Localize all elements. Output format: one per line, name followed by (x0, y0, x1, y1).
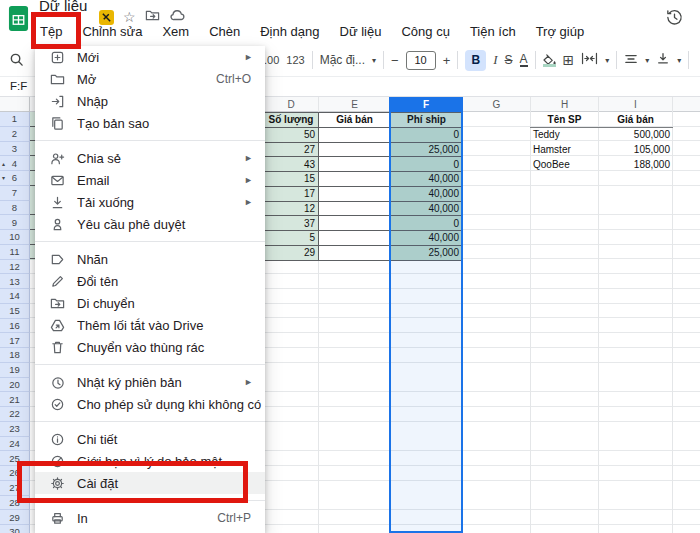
row-header-19[interactable]: 19 (0, 363, 30, 378)
cell-E3[interactable] (318, 142, 391, 158)
cell-D6[interactable]: 15 (263, 171, 319, 187)
menu-xem[interactable]: Xem (152, 24, 199, 39)
font-name-select[interactable]: Mặc đị... (320, 53, 365, 67)
cell-E2[interactable] (318, 127, 391, 143)
menu-công-cụ[interactable]: Công cụ (391, 24, 459, 39)
row-header-23[interactable]: 23 (0, 422, 30, 437)
text-color-button[interactable]: A (520, 53, 528, 67)
row-header-13[interactable]: 13 (0, 274, 30, 289)
row-header-12[interactable]: 12 (0, 260, 30, 275)
file-menu-item-settings[interactable]: Cài đặt (35, 472, 265, 494)
cell-E10[interactable] (318, 230, 391, 246)
cell-E9[interactable] (318, 215, 391, 231)
horizontal-align-button[interactable] (624, 51, 638, 69)
row-header-7[interactable]: 7 (0, 186, 30, 201)
file-menu-item-email[interactable]: Email► (35, 169, 265, 191)
vertical-align-caret-icon[interactable]: ▾ (677, 56, 681, 65)
file-menu-item-rename[interactable]: Đổi tên (35, 270, 265, 292)
column-header-partial[interactable] (672, 97, 700, 112)
cell-H4[interactable]: QooBee (530, 156, 599, 172)
decrease-decimal-button[interactable]: .00 (264, 54, 279, 66)
row-header-26[interactable]: 26 (0, 466, 30, 481)
row-header-18[interactable]: 18 (0, 348, 30, 363)
increase-font-size-button[interactable]: + (443, 53, 451, 68)
italic-button[interactable]: I (493, 52, 497, 68)
row-header-27[interactable]: 27 (0, 481, 30, 496)
row-header-20[interactable]: 20 (0, 378, 30, 393)
row-header-2[interactable]: 2 (0, 127, 30, 142)
menu-chèn[interactable]: Chèn (199, 24, 250, 39)
cell-D9[interactable]: 37 (263, 215, 319, 231)
cell-E1[interactable]: Giá bán (318, 112, 391, 128)
menu-dữ-liệu[interactable]: Dữ liệu (330, 24, 392, 39)
column-header-G[interactable]: G (462, 97, 530, 112)
font-size-input[interactable]: 10 (406, 51, 436, 70)
borders-button[interactable]: ⊞ (563, 52, 575, 68)
menu-tệp[interactable]: Tệp (30, 24, 72, 39)
name-box[interactable]: F:F (10, 80, 27, 92)
cell-D10[interactable]: 5 (263, 230, 319, 246)
fill-color-button[interactable] (543, 54, 556, 67)
row-header-3[interactable]: 3 (0, 142, 30, 157)
decrease-font-size-button[interactable]: − (391, 53, 399, 68)
cell-D7[interactable]: 17 (263, 186, 319, 202)
file-menu-item-download[interactable]: Tải xuống► (35, 191, 265, 213)
cell-I1[interactable]: Giá bán (598, 112, 673, 128)
cell-E6[interactable] (318, 171, 391, 187)
row-header-4[interactable]: 4▴ (0, 156, 30, 171)
cell-D11[interactable]: 29 (263, 245, 319, 261)
row-header-14[interactable]: 14 (0, 289, 30, 304)
cell-D4[interactable]: 43 (263, 156, 319, 172)
horizontal-align-caret-icon[interactable]: ▾ (645, 56, 649, 65)
column-header-D[interactable]: D (263, 97, 318, 112)
file-menu-item-approval[interactable]: Yêu cầu phê duyệt (35, 213, 265, 235)
cell-D1[interactable]: Số lượng (263, 112, 319, 128)
row-header-28[interactable]: 28 (0, 496, 30, 511)
row-header-1[interactable]: 1 (0, 112, 30, 127)
document-title[interactable]: Dữ liệu (39, 0, 87, 14)
cell-E7[interactable] (318, 186, 391, 202)
file-menu-item-print[interactable]: InCtrl+P (35, 507, 265, 529)
row-header-17[interactable]: 17 (0, 333, 30, 348)
column-header-F[interactable]: F (390, 97, 462, 112)
cell-D2[interactable]: 50 (263, 127, 319, 143)
cell-E8[interactable] (318, 201, 391, 217)
file-menu-item-trash[interactable]: Chuyển vào thùng rác (35, 336, 265, 358)
select-all-corner[interactable] (0, 97, 30, 112)
cell-H2[interactable]: Teddy (530, 127, 599, 143)
row-header-10[interactable]: 10 (0, 230, 30, 245)
row-header-6[interactable]: 6▾ (0, 171, 30, 186)
row-header-11[interactable]: 11 (0, 245, 30, 260)
file-menu-item-copy[interactable]: Tạo bản sao (35, 112, 265, 134)
row-header-16[interactable]: 16 (0, 319, 30, 334)
hidden-row-up-icon[interactable]: ▴ (2, 160, 5, 167)
row-header-25[interactable]: 25 (0, 451, 30, 466)
column-header-I[interactable]: I (598, 97, 672, 112)
cell-I4[interactable]: 188,000 (598, 156, 673, 172)
file-menu-item-open[interactable]: MởCtrl+O (35, 68, 265, 90)
file-menu-item-info[interactable]: Chi tiết (35, 428, 265, 450)
file-menu-item-security[interactable]: Giới hạn vì lý do bảo mật (35, 450, 265, 472)
strikethrough-button[interactable]: S (505, 53, 513, 67)
cell-I2[interactable]: 500,000 (598, 127, 673, 143)
cell-D3[interactable]: 27 (263, 142, 319, 158)
menu-chỉnh-sửa[interactable]: Chỉnh sửa (72, 24, 152, 39)
merge-caret-icon[interactable]: ▾ (605, 56, 609, 65)
column-header-H[interactable]: H (530, 97, 598, 112)
row-header-9[interactable]: 9 (0, 215, 30, 230)
vertical-align-button[interactable] (656, 51, 670, 69)
cell-E4[interactable] (318, 156, 391, 172)
file-menu-item-share[interactable]: Chia sẻ► (35, 147, 265, 169)
version-history-icon[interactable] (665, 8, 684, 31)
cell-H1[interactable]: Tên SP (530, 112, 599, 128)
menu-tiện-ích[interactable]: Tiện ích (460, 24, 526, 39)
cell-D8[interactable]: 12 (263, 201, 319, 217)
bold-button[interactable]: B (465, 50, 486, 71)
file-menu-item-drive-shortcut[interactable]: Thêm lối tắt vào Drive (35, 314, 265, 336)
file-menu-item-move[interactable]: Di chuyển (35, 292, 265, 314)
merge-cells-button[interactable] (581, 51, 598, 69)
file-menu-item-offline[interactable]: Cho phép sử dụng khi không có mạng (35, 393, 265, 415)
file-menu-item-import[interactable]: Nhập (35, 90, 265, 112)
row-header-30[interactable]: 30 (0, 525, 30, 533)
cell-H3[interactable]: Hamster (530, 142, 599, 158)
